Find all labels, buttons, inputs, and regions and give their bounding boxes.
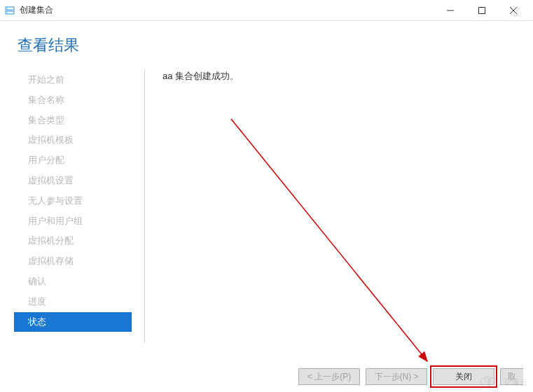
- window-controls: [434, 0, 529, 20]
- close-wizard-button[interactable]: 关闭: [433, 368, 494, 385]
- next-button[interactable]: 下一步(N) >: [366, 368, 427, 385]
- window-title: 创建集合: [20, 4, 434, 16]
- vertical-divider: [144, 70, 145, 343]
- svg-point-3: [7, 12, 8, 13]
- svg-point-2: [7, 8, 8, 9]
- button-bar: < 上一步(P) 下一步(N) > 关闭 取: [298, 368, 523, 385]
- sidebar-item-vm-assign: 虚拟机分配: [14, 231, 132, 251]
- sidebar-item-type: 集合类型: [14, 111, 132, 131]
- sidebar-item-unattended: 无人参与设置: [14, 191, 132, 211]
- result-message: aa 集合创建成功。: [155, 70, 519, 83]
- close-button[interactable]: [497, 0, 529, 20]
- svg-rect-5: [478, 7, 485, 13]
- sidebar-item-vm-template: 虚拟机模板: [14, 130, 132, 150]
- cancel-button[interactable]: 取: [500, 368, 523, 385]
- sidebar-item-progress: 进度: [14, 292, 132, 312]
- sidebar-item-user-assign: 用户分配: [14, 150, 132, 171]
- result-panel: aa 集合创建成功。: [155, 70, 519, 343]
- sidebar-item-vm-storage: 虚拟机存储: [14, 251, 132, 272]
- sidebar-item-begin: 开始之前: [14, 70, 132, 90]
- maximize-button[interactable]: [466, 0, 497, 20]
- sidebar-item-status: 状态: [14, 312, 132, 332]
- titlebar: 创建集合: [0, 0, 533, 21]
- minimize-button[interactable]: [434, 0, 466, 20]
- main-columns: 开始之前 集合名称 集合类型 虚拟机模板 用户分配 虚拟机设置 无人参与设置 用…: [14, 70, 519, 343]
- sidebar-item-users-groups: 用户和用户组: [14, 211, 132, 232]
- prev-button[interactable]: < 上一步(P): [298, 368, 360, 385]
- window-icon: [4, 5, 15, 16]
- sidebar: 开始之前 集合名称 集合类型 虚拟机模板 用户分配 虚拟机设置 无人参与设置 用…: [14, 70, 132, 343]
- content-area: 查看结果 开始之前 集合名称 集合类型 虚拟机模板 用户分配 虚拟机设置 无人参…: [0, 21, 533, 356]
- sidebar-item-vm-settings: 虚拟机设置: [14, 171, 132, 191]
- sidebar-item-confirm: 确认: [14, 272, 132, 292]
- sidebar-item-name: 集合名称: [14, 90, 132, 111]
- page-title: 查看结果: [14, 35, 519, 56]
